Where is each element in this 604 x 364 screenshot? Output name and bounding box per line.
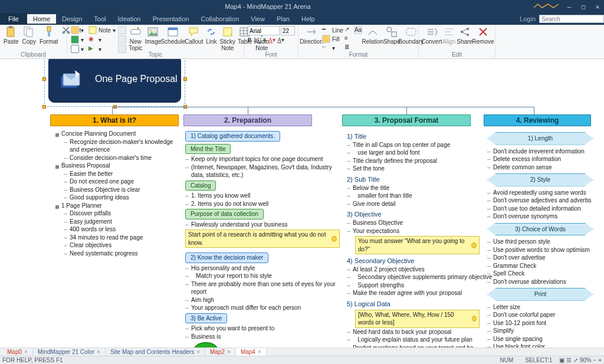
canvas[interactable]: One Page Proposal 1. What is it? 2. Prep… — [7, 59, 597, 347]
align-center[interactable]: ≡ — [344, 35, 353, 43]
minimize-button[interactable]: — — [565, 3, 573, 11]
schedule-button[interactable]: Schedule — [163, 26, 182, 45]
subhead[interactable]: 3) Objective — [347, 210, 480, 219]
subhead[interactable]: 4) Secondary Objective — [347, 257, 480, 265]
col1-header[interactable]: 1. What is it? — [50, 114, 179, 126]
close-button[interactable]: ✕ — [593, 3, 602, 11]
highlight-button[interactable]: A▾ — [277, 37, 284, 43]
align-icon — [443, 26, 455, 38]
arrow-button[interactable]: ↗ — [344, 26, 353, 34]
menu-ideation[interactable]: Ideation — [112, 14, 147, 24]
font-size-combo[interactable] — [281, 26, 295, 35]
close-icon[interactable]: × — [227, 349, 231, 355]
dash-button[interactable]: ┄▾ — [322, 44, 343, 52]
close-icon[interactable]: × — [97, 349, 100, 355]
indent-button[interactable] — [118, 35, 126, 44]
hex-box[interactable]: Print — [487, 288, 593, 301]
doc-tab[interactable]: Site Map and Contents Headers× — [106, 348, 205, 356]
close-icon[interactable]: × — [196, 349, 200, 355]
subhead[interactable]: 3) Be Active — [185, 313, 227, 324]
view-fit-icon[interactable]: ⤢ — [573, 357, 578, 363]
bullet-toggle[interactable]: ▾ — [71, 26, 84, 34]
col3-header[interactable]: 3. Proposal Format — [342, 114, 471, 126]
subhead[interactable]: 5) Logical Data — [347, 300, 480, 309]
doc-tab[interactable]: Map0× — [2, 348, 33, 356]
menu-plan[interactable]: Plan — [271, 14, 296, 24]
fontcolor-button[interactable]: A▾ — [268, 37, 275, 43]
file-menu[interactable]: File — [0, 13, 27, 25]
maximize-button[interactable]: ▢ — [579, 3, 587, 11]
menu-design[interactable]: Design — [56, 14, 88, 24]
doc-tab[interactable]: MindMapper 21 Color× — [33, 348, 106, 356]
topic-box[interactable]: Purpose of data collection — [185, 209, 264, 219]
search-input[interactable] — [539, 15, 604, 23]
menu-collaboration[interactable]: Collaboration — [195, 14, 245, 24]
relation-icon — [367, 26, 379, 38]
share-button[interactable]: Share — [457, 26, 472, 45]
col2-header[interactable]: 2. Preparation — [183, 114, 312, 126]
note-button[interactable]: Note ▾ — [88, 26, 116, 34]
subhead[interactable]: 2) Sub Title — [347, 175, 480, 184]
callout-note[interactable]: [Who, What, Where, Why, How / 150 words … — [355, 310, 480, 328]
alignright-icon: ≣ — [344, 44, 353, 52]
strike-button[interactable]: S — [263, 37, 267, 43]
format-painter-button[interactable]: Format — [40, 26, 58, 45]
convert-button[interactable]: Convert — [422, 26, 441, 45]
bold-button[interactable]: B — [248, 37, 252, 43]
zoom-out-button[interactable]: − — [593, 357, 597, 363]
subhead[interactable]: 1) Catalog gathered documents. — [185, 131, 280, 142]
newtopic-button[interactable]: New Topic — [129, 26, 142, 51]
topic-box[interactable]: Mind the Title — [185, 144, 231, 155]
priority-button[interactable]: ◉▾ — [88, 35, 116, 44]
color-toggle[interactable]: ▾ — [71, 35, 84, 44]
svg-rect-0 — [7, 27, 14, 37]
root-topic[interactable]: One Page Proposal — [48, 59, 181, 103]
more-button[interactable] — [118, 26, 126, 34]
login-link[interactable]: Login — [520, 15, 536, 22]
col4-header[interactable]: 4. Reviewing — [484, 114, 591, 126]
subhead[interactable]: 1) Title — [347, 132, 480, 141]
topic-box[interactable]: Catalog — [185, 181, 216, 191]
callout-button[interactable]: Callout — [185, 26, 203, 45]
align-button[interactable]: Align — [442, 26, 455, 45]
fill-button[interactable]: Fill — [322, 35, 343, 43]
menu-view[interactable]: View — [245, 14, 271, 24]
close-icon[interactable]: × — [258, 349, 261, 355]
hex-box[interactable]: 2) Style — [487, 173, 593, 186]
aspect-button[interactable]: Aa — [354, 26, 362, 34]
sticky-button[interactable]: Sticky Note — [219, 26, 235, 51]
align-right[interactable]: ≣ — [344, 44, 353, 52]
hex-box[interactable]: 3) Choice of Words — [487, 223, 593, 236]
boundary-button[interactable]: Boundary — [402, 26, 421, 45]
view-list-icon[interactable]: ☰ — [566, 357, 572, 363]
line-button[interactable]: ━Line — [322, 26, 343, 34]
menu-home[interactable]: Home — [27, 14, 56, 24]
hex-box[interactable]: 1) Length — [487, 132, 593, 145]
remove-button[interactable]: Remove — [474, 26, 493, 45]
close-icon[interactable]: × — [24, 349, 28, 355]
topic[interactable]: 1 Page Planner Discover pitfallsEasy jud… — [55, 202, 179, 258]
callout-note[interactable]: Start point of a research is admitting w… — [185, 229, 340, 248]
topic[interactable]: Business Proposal Easier the betterDo no… — [55, 162, 179, 202]
svg-point-11 — [150, 29, 152, 32]
view-mode-icon[interactable]: ▣ — [559, 357, 564, 363]
zoom-in-button[interactable]: + — [598, 357, 602, 363]
callout-note[interactable]: You must answer "What are you going to d… — [355, 236, 480, 254]
link-button[interactable]: Link — [205, 26, 217, 45]
doc-tab-active[interactable]: Map4× — [236, 348, 267, 356]
underline-button[interactable]: U — [257, 37, 261, 43]
paste-button[interactable]: Paste — [4, 26, 19, 45]
topic[interactable]: Concise Planning Document Recognize deci… — [55, 130, 179, 162]
image-button[interactable]: Image — [145, 26, 161, 45]
direction-button[interactable]: Direction — [302, 26, 321, 45]
copy-button[interactable]: Copy — [22, 26, 36, 45]
menu-help[interactable]: Help — [296, 14, 321, 24]
font-family-combo[interactable] — [248, 26, 280, 35]
italic-button[interactable]: I — [254, 37, 255, 43]
menu-presentation[interactable]: Presentation — [147, 14, 195, 24]
relation-button[interactable]: Relation — [363, 26, 382, 45]
subhead[interactable]: 2) Know the decision maker — [185, 252, 268, 263]
menu-tool[interactable]: Tool — [88, 14, 111, 24]
circle-node[interactable]: Personal — [193, 342, 218, 347]
doc-tab[interactable]: Map2× — [205, 348, 236, 356]
